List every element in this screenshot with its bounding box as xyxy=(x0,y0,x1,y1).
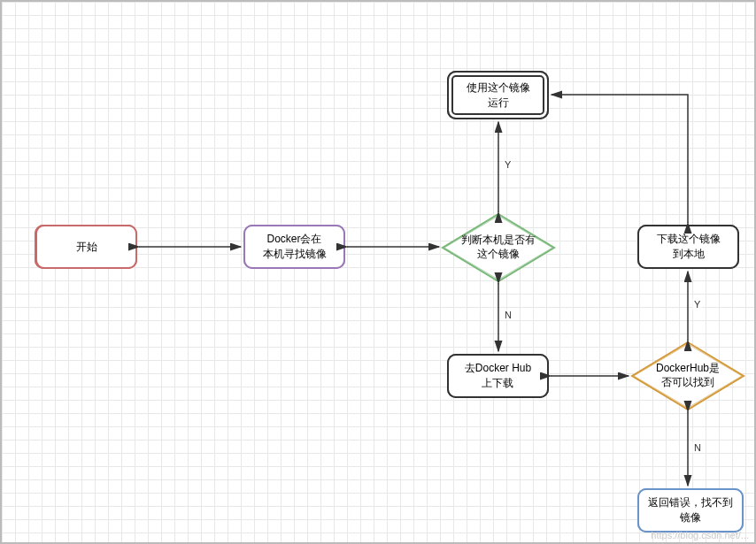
edge-label-n2: N xyxy=(692,442,703,453)
watermark: https://blog.csdn.net/... xyxy=(651,530,749,540)
node-start: 开始 xyxy=(35,225,137,269)
node-label: 去Docker Hub 上下载 xyxy=(465,361,531,391)
node-label: Docker会在 本机寻找镜像 xyxy=(263,232,327,262)
node-has-local: 判断本机是否有 这个镜像 xyxy=(441,212,556,283)
node-label: 使用这个镜像 运行 xyxy=(467,80,530,111)
edge-label-y2: Y xyxy=(692,299,702,310)
node-label: 判断本机是否有 这个镜像 xyxy=(451,234,546,261)
node-run: 使用这个镜像 运行 xyxy=(447,71,549,119)
node-hub-found: DockerHub是 否可以找到 xyxy=(630,341,745,411)
edge-label-n1: N xyxy=(503,310,513,320)
node-error: 返回错误，找不到 镜像 xyxy=(637,488,744,533)
node-goto-hub: 去Docker Hub 上下载 xyxy=(447,354,549,398)
node-label: 下载这个镜像 到本地 xyxy=(657,232,721,262)
edge-label-y1: Y xyxy=(503,159,513,170)
grid-background xyxy=(0,0,756,544)
node-download: 下载这个镜像 到本地 xyxy=(637,225,739,269)
node-label: 返回错误，找不到 镜像 xyxy=(648,495,733,525)
node-label: 开始 xyxy=(76,240,97,255)
node-label: DockerHub是 否可以找到 xyxy=(645,362,730,389)
node-local-search: Docker会在 本机寻找镜像 xyxy=(243,225,345,269)
